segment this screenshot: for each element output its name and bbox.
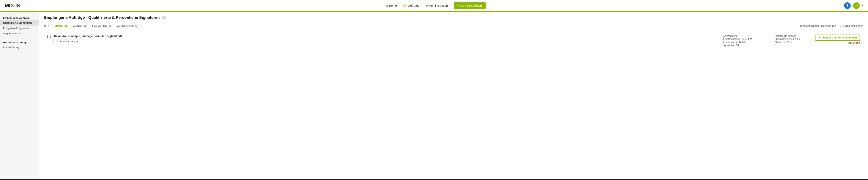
nav-auftraege[interactable]: 📁 Aufträge: [403, 4, 420, 8]
order-sender: Alexandra: [53, 35, 67, 38]
user-menu-chevron[interactable]: ▾: [862, 4, 863, 7]
logo-is: IS: [16, 3, 20, 9]
search-circle-icon: ⊙: [839, 24, 842, 27]
sort-label: Empfangsdatum (absteigend): [800, 24, 834, 27]
order-row: Alexandra -Example_onepage_formular_sigf…: [44, 32, 863, 49]
search-control[interactable]: ⊙ Suche einblenden: [839, 24, 863, 27]
sidebar-item-in-ausfuehrung[interactable]: In Ausführung: [0, 45, 39, 50]
tabs-row: ⊞ ≡ eIDAS (1) ZertES (0) FES ZertES (0) …: [44, 23, 863, 29]
order-auftrag-nr: Auftrags Nr. 450508: [775, 35, 812, 37]
nav-right: ? AH ▾: [844, 2, 863, 9]
tab-view-icons: ⊞ ≡: [44, 24, 49, 28]
folder-icon: 📁: [403, 4, 407, 8]
page-title-text: Empfangene Aufträge - Qualifizierte & Pe…: [44, 15, 160, 20]
tab-fes-zertes[interactable]: FES ZertES (0): [89, 23, 114, 29]
home-icon: [386, 4, 388, 7]
order-actions: Vormerken zum Unterschreiben Ablehnen: [815, 35, 860, 44]
sidebar: Empfangene Aufträge Qualifizierte Signat…: [0, 12, 39, 179]
sidebar-item-qualifizierte-signaturen[interactable]: Qualifizierte Signaturen: [0, 20, 39, 26]
nav-auftraege-label: Aufträge: [408, 4, 420, 7]
nav-home-label: Home: [389, 4, 397, 7]
gear-icon: [425, 4, 428, 7]
order-an: An: 0 weitere: [723, 35, 768, 37]
help-button[interactable]: ?: [844, 2, 851, 9]
order-preview-button[interactable]: 📄 Example_onepage...: [53, 39, 83, 44]
nav-administration[interactable]: Administration: [425, 4, 448, 7]
sidebar-group-received: Empfangene Aufträge: [0, 15, 39, 20]
nav-administration-label: Administration: [429, 4, 448, 7]
sidebar-item-abgeschlossen[interactable]: Abgeschlossen: [0, 31, 39, 36]
sidebar-group-sent: Gesendete Aufträge: [0, 39, 39, 45]
order-header: Alexandra -Example_onepage_formular_sigf…: [53, 35, 718, 38]
page-badge: 1: [162, 16, 166, 19]
grid-icon[interactable]: ⊞: [44, 24, 46, 27]
order-ablaufdatum: Ablaufdatum: 26.8.2024: [775, 38, 812, 40]
nav-home[interactable]: Home: [386, 4, 397, 7]
sort-control[interactable]: Empfangsdatum (absteigend) ▾: [800, 24, 836, 27]
nav-center: Home 📁 Aufträge Administration + Auftrag…: [386, 2, 486, 9]
content-area: Empfangene Aufträge - Qualifizierte & Pe…: [39, 12, 868, 179]
logo-mo: MO: [5, 3, 12, 9]
create-order-button[interactable]: + Auftrag anlegen: [454, 2, 486, 9]
logo-arrow: >: [12, 3, 16, 9]
order-ablaufzeit: Ablaufzeit: 23:59: [775, 41, 812, 44]
nav-left: MO>IS: [5, 3, 28, 9]
order-empfangsdatum: Empfangsdatum: 27.6.2024: [723, 38, 768, 40]
tab-eidas[interactable]: eIDAS (1): [52, 23, 70, 29]
tab-zertes-siegel[interactable]: ZertES Siegel (0): [114, 23, 142, 29]
order-signaturen: Signaturen: 0/1: [723, 44, 768, 47]
sidebar-item-freigaben-signaturen[interactable]: Freigaben & Signaturen: [0, 26, 39, 31]
order-preview-label: Example_onepage...: [60, 40, 81, 43]
doc-icon: 📄: [56, 40, 58, 43]
sort-chevron-icon: ▾: [835, 24, 836, 27]
order-info: An: 0 weitere Empfangsdatum: 27.6.2024 E…: [723, 35, 768, 47]
vormerken-button[interactable]: Vormerken zum Unterschreiben: [815, 35, 860, 41]
order-checkbox[interactable]: [48, 35, 51, 38]
sidebar-divider: [0, 38, 39, 38]
search-label: Suche einblenden: [843, 24, 863, 27]
main-layout: Empfangene Aufträge Qualifizierte Signat…: [0, 12, 868, 179]
order-filename: -Example_onepage_formular_sigfield.pdf: [68, 35, 122, 38]
user-avatar[interactable]: AH: [853, 2, 860, 9]
ablehnen-button[interactable]: Ablehnen: [848, 41, 860, 44]
logo: MO>IS: [5, 3, 20, 9]
order-empfangszeit: Empfangszeit: 14:26: [723, 41, 768, 44]
list-icon[interactable]: ≡: [48, 24, 49, 27]
top-nav: MO>IS Home 📁 Aufträge Administration + A…: [0, 0, 868, 12]
page-title-row: Empfangene Aufträge - Qualifizierte & Pe…: [44, 15, 863, 20]
order-meta: Auftrags Nr. 450508 Ablaufdatum: 26.8.20…: [775, 35, 812, 44]
order-main: Alexandra -Example_onepage_formular_sigf…: [53, 35, 718, 44]
tab-zertes[interactable]: ZertES (0): [70, 23, 89, 29]
